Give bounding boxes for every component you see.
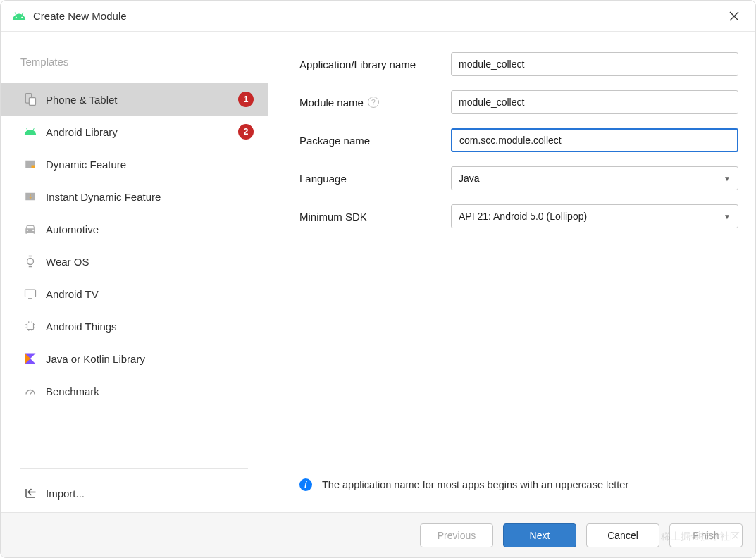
sidebar-item-label: Import... — [46, 488, 85, 500]
android-icon — [23, 125, 37, 139]
sidebar-item-java-kotlin-library[interactable]: Java or Kotlin Library — [1, 342, 268, 375]
min-sdk-label: Minimum SDK — [299, 211, 451, 223]
chevron-down-icon: ▼ — [724, 175, 731, 182]
info-icon: i — [299, 478, 312, 491]
sidebar-item-automotive[interactable]: Automotive — [1, 213, 268, 245]
annotation-badge-1: 1 — [238, 92, 254, 107]
sidebar-title: Templates — [1, 49, 268, 83]
sidebar-item-label: Benchmark — [46, 385, 99, 397]
main-panel: Application/Library name Module name ? P… — [268, 32, 755, 512]
package-name-label: Package name — [299, 135, 451, 147]
module-instant-icon — [23, 190, 37, 204]
import-icon — [23, 486, 37, 500]
sidebar-item-label: Dynamic Feature — [46, 159, 126, 170]
sidebar-item-label: Android Library — [46, 126, 118, 138]
sidebar-item-benchmark[interactable]: Benchmark — [1, 375, 268, 407]
sidebar-item-label: Android Things — [46, 321, 117, 333]
language-value: Java — [459, 173, 480, 184]
annotation-badge-2: 2 — [238, 124, 254, 140]
gauge-icon — [23, 384, 37, 398]
module-icon — [23, 157, 37, 171]
sidebar-item-android-things[interactable]: Android Things — [1, 310, 268, 342]
sidebar-item-instant-dynamic-feature[interactable]: Instant Dynamic Feature — [1, 180, 268, 213]
sidebar-item-label: Automotive — [46, 223, 99, 235]
sidebar-item-dynamic-feature[interactable]: Dynamic Feature — [1, 148, 268, 180]
info-message: i The application name for most apps beg… — [299, 473, 738, 504]
sidebar-item-label: Android TV — [46, 288, 99, 300]
sidebar-item-android-tv[interactable]: Android TV — [1, 278, 268, 310]
sidebar-separator — [20, 468, 248, 469]
svg-rect-2 — [25, 290, 36, 297]
min-sdk-value: API 21: Android 5.0 (Lollipop) — [459, 211, 587, 222]
sidebar-item-import[interactable]: Import... — [1, 474, 268, 512]
tv-icon — [23, 287, 37, 301]
sidebar: Templates Phone & Tablet 1 Android Libra… — [1, 32, 268, 512]
close-button[interactable] — [724, 6, 744, 26]
cancel-button[interactable]: Cancel — [586, 523, 659, 547]
chevron-down-icon: ▼ — [724, 213, 731, 221]
finish-button: Finish — [669, 523, 743, 547]
iot-chip-icon — [23, 319, 37, 333]
titlebar: Create New Module — [1, 1, 755, 32]
footer: Previous Next Cancel Finish 稀土掘金技术社区 — [1, 512, 755, 557]
language-label: Language — [299, 173, 451, 185]
language-select[interactable]: Java ▼ — [451, 166, 738, 190]
sidebar-item-label: Instant Dynamic Feature — [46, 191, 161, 203]
previous-button: Previous — [420, 523, 493, 547]
sidebar-item-phone-tablet[interactable]: Phone & Tablet 1 — [1, 83, 268, 116]
svg-rect-1 — [29, 98, 35, 106]
module-name-input[interactable] — [451, 90, 738, 114]
phone-tablet-icon — [23, 92, 37, 106]
watch-icon — [23, 254, 37, 268]
sidebar-item-label: Java or Kotlin Library — [46, 353, 145, 365]
car-icon — [23, 222, 37, 236]
sidebar-item-wear-os[interactable]: Wear OS — [1, 245, 268, 278]
package-name-input[interactable] — [451, 128, 738, 152]
sidebar-item-label: Phone & Tablet — [46, 94, 117, 106]
min-sdk-select[interactable]: API 21: Android 5.0 (Lollipop) ▼ — [451, 204, 738, 228]
app-name-label: Application/Library name — [299, 58, 451, 70]
next-button[interactable]: Next — [503, 523, 576, 547]
window-title: Create New Module — [33, 10, 724, 22]
svg-rect-3 — [27, 323, 34, 330]
app-name-input[interactable] — [451, 52, 738, 76]
module-name-label: Module name ? — [299, 97, 451, 108]
kotlin-icon — [23, 352, 37, 366]
help-icon[interactable]: ? — [368, 97, 379, 108]
android-icon — [12, 9, 26, 23]
content: Templates Phone & Tablet 1 Android Libra… — [1, 32, 755, 512]
sidebar-item-android-library[interactable]: Android Library 2 — [1, 116, 268, 148]
info-text: The application name for most apps begin… — [322, 479, 628, 490]
sidebar-item-label: Wear OS — [46, 256, 89, 268]
